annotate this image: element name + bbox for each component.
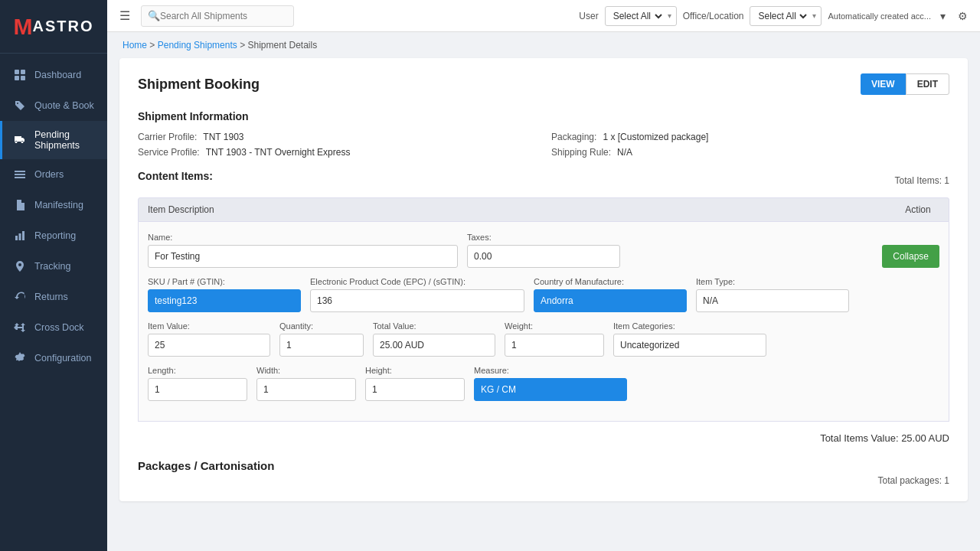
svg-rect-5 [15, 174, 25, 175]
tag-icon [13, 99, 27, 112]
sidebar-item-configuration[interactable]: Configuration [0, 343, 107, 373]
sidebar-item-label: Pending Shipments [34, 129, 96, 151]
country-input[interactable] [534, 289, 687, 312]
total-items-value-label: Total Items Value: [820, 432, 898, 444]
categories-group: Item Categories: [613, 321, 766, 357]
sidebar-item-label: Quote & Book [34, 100, 94, 111]
packages-section: Packages / Cartonisation Total packages:… [138, 459, 949, 486]
svg-rect-3 [21, 76, 25, 80]
total-packages-value: 1 [944, 475, 949, 486]
sidebar-item-dashboard[interactable]: Dashboard [0, 60, 107, 90]
user-select-wrapper[interactable]: Select All ▾ [605, 6, 677, 26]
svg-rect-2 [15, 76, 19, 80]
quantity-input[interactable] [279, 334, 364, 357]
sidebar-item-label: Manifesting [34, 200, 83, 210]
length-input-wrapper[interactable]: CM [148, 378, 247, 401]
sku-input[interactable] [148, 289, 301, 312]
measure-input[interactable] [474, 378, 627, 401]
sidebar-item-pending-shipments[interactable]: Pending Shipments [0, 121, 107, 159]
total-packages-row: Total packages: 1 [138, 475, 949, 486]
packaging-row: Packaging: 1 x [Customized package] [551, 132, 949, 142]
sidebar-item-label: Configuration [34, 353, 91, 364]
col-action-header: Action [887, 198, 949, 221]
sidebar-item-label: Returns [34, 292, 68, 302]
sidebar-item-cross-dock[interactable]: Cross Dock [0, 312, 107, 343]
search-icon: 🔍 [148, 10, 160, 21]
item-value-group: Item Value: AUD [148, 321, 270, 357]
svg-rect-7 [18, 205, 22, 206]
total-value-label: Total Value: [373, 321, 495, 331]
item-value-input[interactable] [149, 336, 270, 354]
edit-button[interactable]: EDIT [906, 73, 949, 95]
view-button[interactable]: VIEW [861, 73, 906, 95]
gear-icon [13, 351, 27, 365]
search-input[interactable] [160, 11, 283, 21]
booking-header: Shipment Booking VIEW EDIT [138, 73, 949, 95]
breadcrumb-pending[interactable]: Pending Shipments [158, 40, 237, 51]
breadcrumb: Home > Pending Shipments > Shipment Deta… [107, 32, 980, 58]
country-label: Country of Manufacture: [534, 277, 687, 286]
topbar: ☰ 🔍 User Select All ▾ Office/Location Se… [107, 0, 980, 32]
height-label: Height: [365, 366, 465, 375]
breadcrumb-current: Shipment Details [247, 40, 317, 51]
country-group: Country of Manufacture: [534, 277, 687, 312]
item-value-label: Item Value: [148, 321, 270, 331]
list-icon [13, 168, 27, 181]
main-area: ☰ 🔍 User Select All ▾ Office/Location Se… [107, 0, 980, 551]
sidebar-item-label: Reporting [34, 230, 76, 241]
taxes-input[interactable] [467, 245, 620, 268]
action-btn-group: VIEW EDIT [861, 73, 949, 95]
height-input[interactable] [366, 380, 465, 399]
packaging-value: 1 x [Customized package] [603, 132, 708, 142]
measure-label: Measure: [474, 366, 627, 375]
sidebar-item-reporting[interactable]: Reporting [0, 220, 107, 251]
name-input[interactable] [148, 245, 458, 268]
shipment-info-title: Shipment Information [138, 110, 949, 122]
epc-label: Electronic Product Code (EPC) / (sGTIN): [310, 277, 524, 286]
carrier-label: Carrier Profile: [138, 132, 197, 142]
user-label: User [579, 11, 598, 21]
sidebar-item-manifesting[interactable]: Manifesting [0, 190, 107, 220]
categories-input[interactable] [613, 334, 766, 357]
sidebar-item-returns[interactable]: Returns [0, 282, 107, 312]
sidebar-item-tracking[interactable]: Tracking [0, 251, 107, 282]
itemtype-input[interactable] [696, 289, 849, 312]
length-input[interactable] [149, 380, 247, 399]
chevron-down-icon: ▾ [668, 11, 671, 20]
shipping-rule-value: N/A [617, 147, 632, 158]
user-select[interactable]: Select All [610, 10, 665, 22]
dropdown-icon[interactable]: ▾ [937, 7, 949, 25]
svg-rect-4 [15, 171, 25, 172]
total-items-value-row: Total Items Value: 25.00 AUD [138, 432, 949, 444]
sidebar-nav: Dashboard Quote & Book Pending Shipments… [0, 54, 107, 373]
office-select-wrapper[interactable]: Select All ▾ [750, 6, 822, 26]
account-text: Automatically created acc... [828, 11, 931, 21]
width-input-wrapper[interactable]: CM [256, 378, 356, 401]
itemtype-label: Item Type: [696, 277, 849, 286]
height-group: Height: CM [365, 366, 465, 401]
carrier-value: TNT 1903 [203, 132, 243, 142]
weight-input[interactable] [505, 336, 604, 354]
quantity-group: Quantity: [279, 321, 364, 357]
hamburger-menu-icon[interactable]: ☰ [116, 5, 133, 26]
weight-input-wrapper[interactable]: KG [505, 334, 604, 357]
item-value-input-wrapper[interactable]: AUD [148, 334, 270, 357]
content-items-title: Content Items: [138, 170, 213, 182]
settings-icon[interactable]: ⚙ [955, 7, 971, 25]
office-select[interactable]: Select All [755, 10, 809, 22]
total-value-input[interactable] [373, 334, 495, 357]
breadcrumb-sep2: > [240, 40, 247, 51]
svg-rect-10 [19, 233, 21, 240]
search-box[interactable]: 🔍 [141, 5, 294, 27]
width-input[interactable] [257, 380, 356, 399]
name-group: Name: [148, 233, 458, 268]
collapse-button[interactable]: Collapse [882, 245, 939, 268]
logo-text: ASTRO [33, 18, 94, 35]
sidebar-item-label: Dashboard [34, 70, 81, 80]
epc-input[interactable] [310, 289, 524, 312]
breadcrumb-home[interactable]: Home [122, 40, 147, 51]
height-input-wrapper[interactable]: CM [365, 378, 465, 401]
sidebar-item-orders[interactable]: Orders [0, 159, 107, 190]
sidebar-item-quote-book[interactable]: Quote & Book [0, 90, 107, 121]
logo-icon: M [14, 14, 33, 40]
